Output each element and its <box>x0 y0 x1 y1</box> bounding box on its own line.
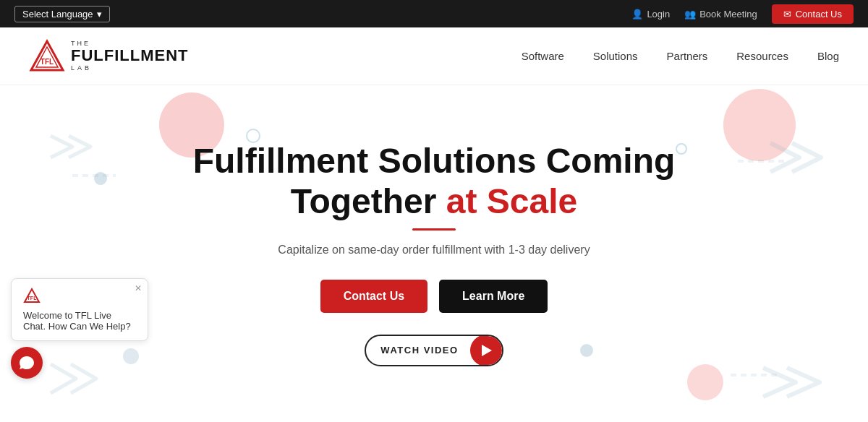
deco-circle-6 <box>676 143 687 155</box>
nav-software[interactable]: Software <box>522 50 564 62</box>
login-link[interactable]: 👤 Login <box>631 9 670 20</box>
watch-video-label: WATCH VIDEO <box>380 345 458 356</box>
deco-circle-5 <box>723 89 796 161</box>
deco-arrow-top-left <box>43 121 101 172</box>
hero-title: Fulfillment Solutions Coming Together at… <box>193 141 676 220</box>
deco-dash-left <box>72 165 130 186</box>
logo-text: THE FULFILLMENT LAB <box>71 40 189 72</box>
hero-underline <box>412 228 456 231</box>
user-icon: 👤 <box>631 9 643 20</box>
nav-blog[interactable]: Blog <box>817 50 839 62</box>
hero-subtitle: Capitalize on same-day order fulfillment… <box>193 244 676 257</box>
chat-logo-icon: TFL <box>23 288 41 305</box>
chevron-down-icon: ▾ <box>97 9 102 20</box>
chat-bubble-icon <box>19 355 35 371</box>
top-bar: Select Language ▾ 👤 Login 👥 Book Meeting… <box>0 0 868 27</box>
nav-solutions[interactable]: Solutions <box>593 50 638 62</box>
hero-section: Fulfillment Solutions Coming Together at… <box>0 85 868 422</box>
chat-popup: ✕ TFL Welcome to TFL Live Chat. How Can … <box>11 278 148 341</box>
hero-learn-button[interactable]: Learn More <box>439 280 548 313</box>
play-icon <box>470 335 502 366</box>
hero-content: Fulfillment Solutions Coming Together at… <box>193 141 676 366</box>
top-bar-actions: 👤 Login 👥 Book Meeting ✉ Contact Us <box>631 4 854 24</box>
hero-contact-button[interactable]: Contact Us <box>320 280 427 313</box>
deco-arrow-bottom-right <box>752 350 832 415</box>
top-contact-us-button[interactable]: ✉ Contact Us <box>772 4 854 24</box>
calendar-icon: 👥 <box>684 9 696 20</box>
chat-widget: ✕ TFL Welcome to TFL Live Chat. How Can … <box>11 278 148 379</box>
nav-links: Software Solutions Partners Resources Bl… <box>522 50 839 62</box>
play-triangle <box>482 345 492 356</box>
chat-close-button[interactable]: ✕ <box>135 283 142 293</box>
watch-video-button[interactable]: WATCH VIDEO <box>365 335 503 366</box>
book-meeting-link[interactable]: 👥 Book Meeting <box>684 9 757 20</box>
deco-circle-7 <box>687 364 723 400</box>
deco-dash-right-top <box>738 150 796 172</box>
svg-marker-0 <box>31 41 63 70</box>
svg-text:TFL: TFL <box>27 296 38 301</box>
chat-bubble-button[interactable] <box>11 347 43 379</box>
svg-text:TFL: TFL <box>41 58 54 66</box>
logo-fulfillment: FULFILLMENT <box>71 47 189 64</box>
nav-resources[interactable]: Resources <box>736 50 788 62</box>
deco-arrow-top-right <box>760 129 832 186</box>
logo-lab: LAB <box>71 65 189 72</box>
language-selector[interactable]: Select Language ▾ <box>14 6 110 22</box>
envelope-icon: ✉ <box>783 9 791 20</box>
deco-dash-right-bottom <box>731 364 788 386</box>
logo-icon: TFL <box>29 38 65 74</box>
hero-buttons: Contact Us Learn More <box>193 280 676 313</box>
main-nav: TFL THE FULFILLMENT LAB Software Solutio… <box>0 27 868 85</box>
language-label: Select Language <box>22 9 93 20</box>
chat-welcome-text: Welcome to TFL Live Chat. How Can We Hel… <box>23 310 136 332</box>
nav-partners[interactable]: Partners <box>667 50 708 62</box>
deco-circle-3 <box>94 172 107 185</box>
logo[interactable]: TFL THE FULFILLMENT LAB <box>29 38 189 74</box>
